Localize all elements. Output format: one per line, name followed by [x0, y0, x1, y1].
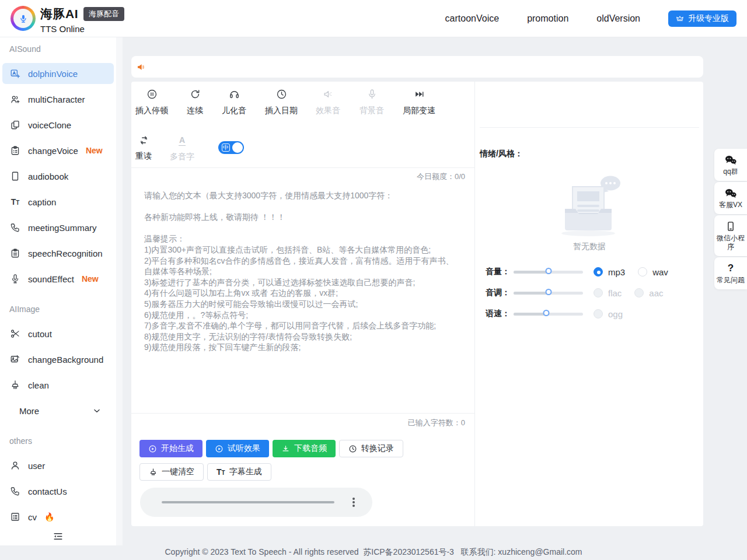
- speed-slider[interactable]: [514, 313, 583, 316]
- toggle-label: 中: [222, 144, 230, 152]
- language-toggle[interactable]: 中: [218, 141, 244, 154]
- audio-menu-icon[interactable]: [352, 498, 355, 507]
- sidebar-item-speechrecognition[interactable]: speechRecognition: [2, 243, 114, 264]
- radio-icon: [594, 288, 603, 298]
- divider: [131, 413, 474, 414]
- sidebar-item-clean[interactable]: clean: [2, 374, 114, 396]
- app-title: 海豚AI: [40, 6, 78, 22]
- sidebar-item-caption[interactable]: TT caption: [2, 191, 114, 212]
- toolbar-continuous[interactable]: 连续: [187, 89, 203, 116]
- pinyin-a-icon: A: [179, 135, 186, 146]
- qq-group-button[interactable]: qq群: [714, 149, 747, 181]
- text-caption-icon: TT: [217, 467, 225, 477]
- faq-button[interactable]: ? 常见问题: [714, 257, 747, 289]
- nav-old-version[interactable]: oldVersion: [596, 13, 640, 24]
- subtitle-generate-button[interactable]: TT 字幕生成: [207, 463, 271, 481]
- empty-state-text: 暂无数据: [573, 242, 606, 252]
- sidebar-item-changevoice[interactable]: changeVoice New: [2, 140, 114, 161]
- clipboard-icon: [10, 248, 20, 258]
- toolbar-sound-effect: 效果音: [316, 89, 340, 116]
- collapse-sidebar-icon[interactable]: [53, 531, 64, 542]
- repeat-icon: [139, 135, 149, 145]
- chat-bubbles-icon: [724, 155, 737, 165]
- microphone-logo-icon: [13, 9, 33, 28]
- format-mp3[interactable]: mp3: [594, 267, 625, 277]
- sidebar-item-dolphinvoice[interactable]: dolphinVoice: [2, 63, 114, 84]
- phone-icon: [10, 486, 20, 496]
- divider: [480, 127, 699, 128]
- toolbar-erhua[interactable]: 儿化音: [222, 89, 246, 116]
- sidebar-item-contactus[interactable]: contactUs: [2, 481, 114, 502]
- history-clock-icon: [348, 444, 357, 453]
- sidebar-item-soundeffect[interactable]: soundEffect New: [2, 268, 114, 289]
- volume-slider[interactable]: [514, 271, 583, 274]
- sidebar-section-aiimage: AIImage: [9, 304, 116, 314]
- empty-state: 暂无数据: [475, 174, 704, 252]
- footer-copyright: Copyright © 2023 Text To Speech - All ri…: [0, 545, 747, 560]
- pitch-slider[interactable]: [514, 292, 583, 295]
- microphone-icon: [10, 274, 20, 284]
- announcement-bar: [131, 56, 703, 78]
- sidebar-item-more[interactable]: More: [2, 400, 114, 421]
- daily-quota-text: 今日额度：0/0: [417, 172, 465, 182]
- radio-icon: [594, 267, 603, 276]
- sidebar-item-user[interactable]: user: [2, 455, 114, 476]
- app-header: 海豚AI 海豚配音 TTS Online cartoonVoice promot…: [0, 0, 747, 37]
- customer-service-wechat-button[interactable]: 客服VX: [714, 182, 747, 214]
- preview-button[interactable]: 试听效果: [206, 440, 269, 457]
- sidebar-item-voiceclone[interactable]: voiceClone: [2, 114, 114, 135]
- pitch-label: 音调：: [486, 288, 514, 298]
- sidebar-item-cv[interactable]: cv 🔥: [2, 506, 114, 527]
- sidebar-item-cutout[interactable]: cutout: [2, 323, 114, 344]
- upgrade-pro-button[interactable]: 升级专业版: [668, 10, 736, 27]
- toolbar-stress[interactable]: 重读: [135, 135, 152, 162]
- audio-sliders: 音量： 音调： 语速：: [486, 261, 583, 324]
- format-options: mp3 wav flac aac ogg: [594, 261, 668, 324]
- sidebar-item-audiobook[interactable]: audiobook: [2, 166, 114, 187]
- sidebar-item-multicharacter[interactable]: multiCharacter: [2, 89, 114, 110]
- sidebar-item-meetingsummary[interactable]: meetingSummary: [2, 217, 114, 238]
- app-subtitle: TTS Online: [40, 24, 124, 34]
- toolbar-polyphonic: A 多音字: [170, 135, 194, 162]
- toolbar-local-speed[interactable]: 局部变速: [403, 89, 435, 116]
- generate-button[interactable]: 开始生成: [139, 440, 203, 457]
- scissors-icon: [10, 328, 20, 339]
- chat-bubbles-icon: [724, 188, 737, 198]
- resume-list-icon: [10, 512, 20, 522]
- nav-cartoon-voice[interactable]: cartoonVoice: [445, 13, 500, 24]
- clear-all-button[interactable]: 一键清空: [139, 463, 204, 481]
- fast-forward-icon: [414, 89, 425, 100]
- contact-float-widget: qq群 客服VX 微信小程序 ? 常见问题: [714, 149, 747, 289]
- slider-knob[interactable]: [543, 310, 549, 316]
- smartphone-icon: [725, 221, 736, 232]
- megaphone-icon: [137, 62, 146, 72]
- app-badge: 海豚配音: [83, 7, 124, 21]
- sidebar-item-changebackground[interactable]: changeBackground: [2, 349, 114, 370]
- nav-promotion[interactable]: promotion: [527, 13, 568, 24]
- format-flac: flac: [594, 288, 622, 298]
- sidebar-scrollbar-gutter[interactable]: [116, 37, 123, 545]
- pitch-slider-row: 音调：: [486, 282, 583, 303]
- user-icon: [10, 460, 20, 471]
- audio-player[interactable]: [140, 488, 372, 517]
- multi-user-icon: [10, 94, 20, 105]
- speaker-icon: [323, 89, 334, 100]
- download-audio-button[interactable]: 下载音频: [273, 440, 336, 457]
- history-button[interactable]: 转换记录: [339, 440, 403, 457]
- divider: [131, 167, 474, 168]
- settings-column: 情绪/风格： 暂无数据 音量：: [474, 82, 703, 526]
- new-badge: New: [86, 146, 103, 155]
- copy-icon: [10, 120, 20, 130]
- slider-knob[interactable]: [545, 268, 551, 274]
- tablet-icon: [10, 171, 20, 181]
- slider-knob[interactable]: [545, 289, 551, 295]
- format-wav[interactable]: wav: [638, 267, 668, 277]
- headphones-icon: [229, 89, 240, 100]
- text-input[interactable]: 请输入您的文本（最大支持3000字符，使用情感最大支持1000字符： 各种新功能…: [144, 190, 456, 408]
- pause-circle-icon: [146, 89, 158, 100]
- toolbar-insert-date[interactable]: 插入日期: [265, 89, 298, 116]
- wechat-miniprogram-button[interactable]: 微信小程序: [714, 215, 747, 256]
- toolbar-background-sound: 背景音: [359, 89, 384, 116]
- audio-progress-bar[interactable]: [162, 501, 334, 503]
- toolbar-insert-pause[interactable]: 插入停顿: [135, 89, 168, 116]
